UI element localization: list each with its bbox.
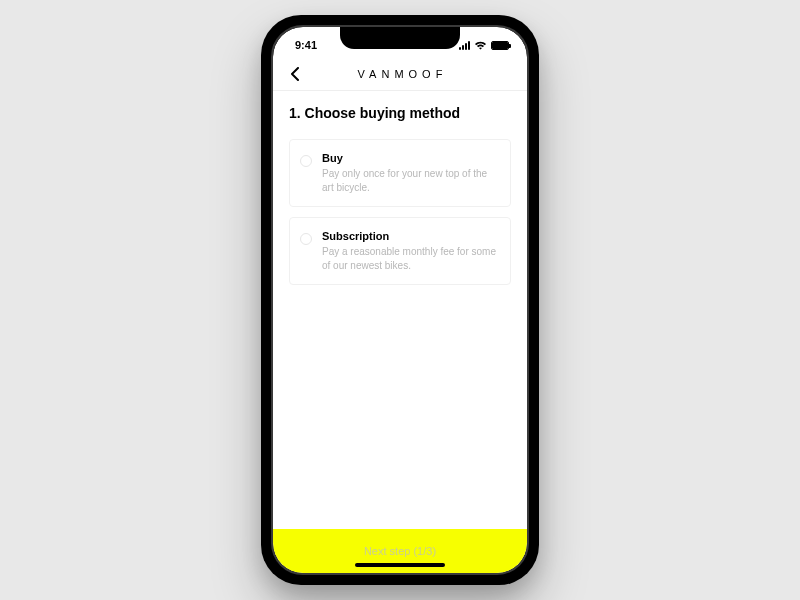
radio-icon	[300, 155, 312, 167]
status-indicators	[459, 41, 509, 50]
page-title: 1. Choose buying method	[289, 105, 511, 121]
back-button[interactable]	[285, 64, 305, 84]
home-indicator[interactable]	[355, 563, 445, 567]
screen: 9:41 VANMOOF	[273, 27, 527, 573]
nav-bar: VANMOOF	[273, 57, 527, 91]
option-text: Subscription Pay a reasonable monthly fe…	[322, 230, 498, 272]
signal-icon	[459, 41, 470, 50]
option-text: Buy Pay only once for your new top of th…	[322, 152, 498, 194]
battery-icon	[491, 41, 509, 50]
option-desc: Pay a reasonable monthly fee for some of…	[322, 245, 498, 272]
phone-frame: 9:41 VANMOOF	[261, 15, 539, 585]
phone-bezel: 9:41 VANMOOF	[271, 25, 529, 575]
wifi-icon	[474, 41, 487, 50]
notch	[340, 27, 460, 49]
chevron-left-icon	[290, 67, 300, 81]
radio-icon	[300, 233, 312, 245]
option-title: Subscription	[322, 230, 498, 242]
brand-logo: VANMOOF	[353, 68, 448, 80]
option-desc: Pay only once for your new top of the ar…	[322, 167, 498, 194]
next-step-label: Next step (1/3)	[364, 545, 436, 557]
option-title: Buy	[322, 152, 498, 164]
option-buy[interactable]: Buy Pay only once for your new top of th…	[289, 139, 511, 207]
option-subscription[interactable]: Subscription Pay a reasonable monthly fe…	[289, 217, 511, 285]
content: 1. Choose buying method Buy Pay only onc…	[273, 91, 527, 529]
status-time: 9:41	[295, 39, 317, 51]
